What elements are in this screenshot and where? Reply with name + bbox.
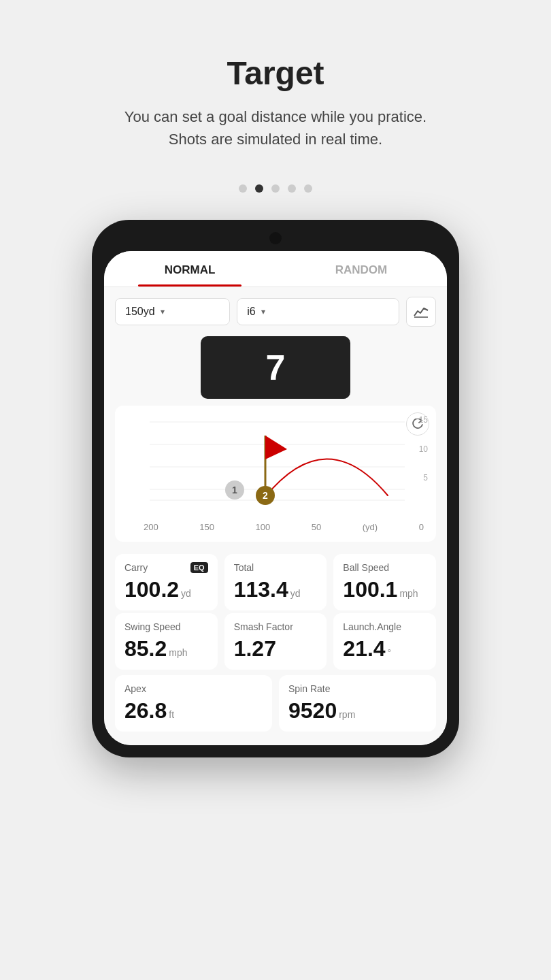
x-axis: 200 150 100 50 (yd) 0 (123, 522, 428, 532)
dot-1[interactable] (239, 184, 247, 193)
apex-unit: ft (169, 709, 174, 720)
club-dropdown[interactable]: i6 ▾ (237, 298, 399, 325)
launch-angle-label: Launch.Angle (343, 621, 401, 632)
club-value: i6 (247, 306, 255, 318)
stat-card-ball-speed: Ball Speed 100.1 mph (333, 554, 436, 610)
stat-card-total: Total 113.4 yd (224, 554, 327, 610)
tab-random[interactable]: RANDOM (276, 251, 447, 287)
stat-card-swing-speed: Swing Speed 85.2 mph (115, 613, 218, 670)
tabs: NORMAL RANDOM (104, 251, 447, 287)
carry-value: 100.2 (124, 577, 179, 602)
ball-speed-label: Ball Speed (343, 562, 389, 573)
dot-5[interactable] (304, 184, 312, 193)
distance-dropdown[interactable]: 150yd ▾ (115, 298, 230, 325)
swing-speed-label: Swing Speed (124, 621, 181, 632)
stat-card-apex: Apex 26.8 ft (115, 675, 272, 732)
stats-bottom-grid: Apex 26.8 ft Spin Rate 9520 rpm (104, 672, 447, 745)
stat-card-launch-angle: Launch.Angle 21.4 ° (333, 613, 436, 670)
dot-2[interactable] (255, 184, 263, 193)
controls-row: 150yd ▾ i6 ▾ (104, 287, 447, 336)
apex-value: 26.8 (124, 698, 167, 723)
camera-notch (269, 232, 282, 244)
carry-unit: yd (181, 588, 191, 599)
svg-marker-7 (265, 436, 287, 459)
distance-chevron-icon: ▾ (161, 307, 165, 316)
ball-speed-unit: mph (399, 588, 418, 599)
chart-line-icon (414, 306, 429, 318)
smash-factor-label: Smash Factor (234, 621, 293, 632)
swing-speed-unit: mph (169, 647, 187, 658)
eq-badge: EQ (190, 562, 208, 573)
chart-button[interactable] (406, 297, 436, 327)
page-subtitle: You can set a goal distance while you pr… (124, 105, 427, 150)
spin-rate-unit: rpm (339, 709, 355, 720)
y-axis: 15 10 5 (419, 415, 428, 502)
tab-normal[interactable]: NORMAL (104, 251, 276, 287)
page-title: Target (124, 54, 427, 92)
spin-rate-label: Spin Rate (288, 683, 330, 694)
total-value: 113.4 (234, 577, 288, 602)
shot-counter: 7 (201, 336, 350, 399)
smash-factor-value: 1.27 (234, 636, 276, 662)
stats-mid-grid: Swing Speed 85.2 mph Smash Factor 1.27 (104, 613, 447, 672)
chart-container: 15 10 5 (115, 406, 436, 542)
page-header: Target You can set a goal distance while… (124, 0, 427, 164)
svg-text:1: 1 (232, 485, 237, 495)
trajectory-chart: 1 2 (123, 415, 428, 521)
total-unit: yd (290, 588, 301, 599)
svg-text:2: 2 (263, 490, 268, 501)
dot-indicators (239, 184, 312, 193)
swing-speed-value: 85.2 (124, 636, 167, 662)
phone-mockup: NORMAL RANDOM 150yd ▾ i6 ▾ 7 (92, 220, 459, 757)
stat-card-smash-factor: Smash Factor 1.27 (224, 613, 327, 670)
stat-card-spin-rate: Spin Rate 9520 rpm (279, 675, 436, 732)
stats-top-grid: Carry EQ 100.2 yd Total 113.4 yd (104, 551, 447, 613)
apex-label: Apex (124, 683, 146, 694)
chart-area: 15 10 5 (104, 406, 447, 551)
spin-rate-value: 9520 (288, 698, 337, 723)
phone-notch (104, 232, 447, 251)
launch-angle-unit: ° (388, 647, 392, 658)
total-label: Total (234, 562, 254, 573)
phone-screen: NORMAL RANDOM 150yd ▾ i6 ▾ 7 (104, 251, 447, 745)
carry-label: Carry (124, 562, 148, 573)
dot-4[interactable] (288, 184, 296, 193)
stat-card-carry: Carry EQ 100.2 yd (115, 554, 218, 610)
launch-angle-value: 21.4 (343, 636, 385, 662)
dot-3[interactable] (271, 184, 280, 193)
distance-value: 150yd (125, 306, 155, 318)
club-chevron-icon: ▾ (261, 307, 265, 316)
shot-counter-area: 7 (104, 336, 447, 406)
ball-speed-value: 100.1 (343, 577, 397, 602)
